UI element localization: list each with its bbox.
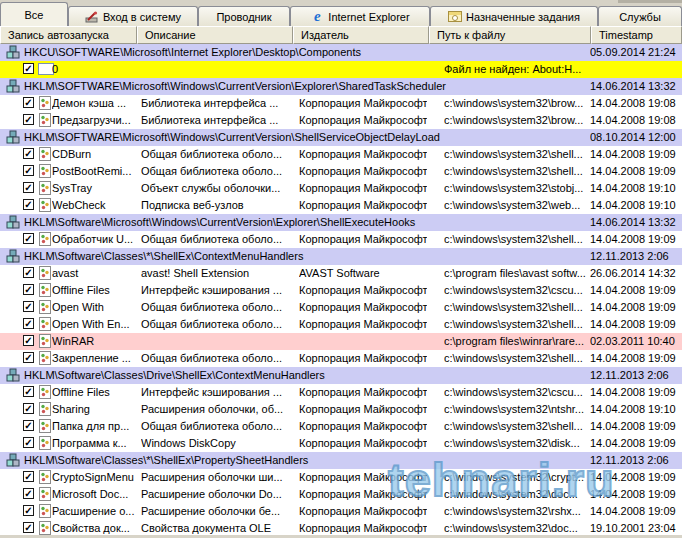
registry-key-row[interactable]: HKLM\SOFTWARE\Microsoft\Windows\CurrentV… <box>0 129 682 146</box>
autorun-entry-row[interactable]: ✓Расширение о...Расширение оболочки бе..… <box>0 503 682 520</box>
cell-path: c:\windows\system32\shell... <box>444 163 588 180</box>
registry-key-row[interactable]: HKLM\Software\Classes\*\ShellEx\ContextM… <box>0 248 682 265</box>
autorun-entry-row[interactable]: ✓Предзагрузчи...Библиотека интерфейса ..… <box>0 112 682 129</box>
cell-name: Обработчик U... <box>52 231 136 248</box>
column-header-2[interactable]: Издатель <box>293 26 429 44</box>
cell-ts: 14.04.2008 19:09 <box>590 316 680 333</box>
enabled-checkbox[interactable]: ✓ <box>23 403 34 414</box>
autorun-entry-row[interactable]: ✓Обработчик U...Общая библиотека оболо..… <box>0 231 682 248</box>
cell-ts: 14.04.2008 19:09 <box>590 231 680 248</box>
tab-all[interactable]: Все <box>0 2 68 26</box>
autorun-entry-row[interactable]: ✓SharingРасширения оболочки, об...Корпор… <box>0 401 682 418</box>
cell-name: Offline Files <box>52 282 136 299</box>
autorun-entry-row[interactable]: ✓CryptoSignMenuРасширения оболочки ши...… <box>0 469 682 486</box>
cell-path: c:\windows\system32\shell... <box>444 350 588 367</box>
cell-name: CryptoSignMenu <box>52 469 136 486</box>
enabled-checkbox[interactable]: ✓ <box>23 267 34 278</box>
cell-pub: Корпорация Майкрософт <box>299 503 427 520</box>
cell-pub: Корпорация Майкрософт <box>299 350 427 367</box>
cell-name: Microsoft Doc... <box>52 486 136 503</box>
autorun-entry-row[interactable]: ✓Open With En...Общая библиотека оболо..… <box>0 316 682 333</box>
cell-path: c:\windows\system32\shell... <box>444 316 588 333</box>
cell-key: HKCU\SOFTWARE\Microsoft\Internet Explore… <box>24 44 584 61</box>
autorun-entry-row[interactable]: ✓Закрепление ...Общая библиотека оболо..… <box>0 350 682 367</box>
cell-pub: Корпорация Майкрософт <box>299 486 427 503</box>
cell-desc: Расширения оболочки ши... <box>141 469 294 486</box>
autorun-entry-row[interactable]: ✓PostBootRemi...Общая библиотека оболо..… <box>0 163 682 180</box>
cell-desc: Общая библиотека оболо... <box>141 163 294 180</box>
dll-icon <box>38 147 52 161</box>
cell-name: Демон кэша ... <box>52 95 136 112</box>
autoruns-list: HKCU\SOFTWARE\Microsoft\Internet Explore… <box>0 44 682 535</box>
tab-internet-explorer[interactable]: eInternet Explorer <box>290 6 430 26</box>
registry-key-row[interactable]: HKLM\Software\Microsoft\Windows\CurrentV… <box>0 214 682 231</box>
enabled-checkbox[interactable]: ✓ <box>23 63 34 74</box>
enabled-checkbox[interactable]: ✓ <box>23 437 34 448</box>
enabled-checkbox[interactable]: ✓ <box>23 301 34 312</box>
enabled-checkbox[interactable]: ✓ <box>23 199 34 210</box>
enabled-checkbox[interactable]: ✓ <box>23 284 34 295</box>
autorun-entry-row[interactable]: ✓Программа к...Windows DiskCopyКорпораци… <box>0 435 682 452</box>
autorun-entry-row[interactable]: ✓SysTrayОбъект службы оболочки...Корпора… <box>0 180 682 197</box>
enabled-checkbox[interactable]: ✓ <box>23 471 34 482</box>
registry-icon <box>6 453 20 467</box>
cell-path: c:\windows\system32\doc... <box>444 486 588 503</box>
column-header-4[interactable]: Timestamp <box>591 26 682 44</box>
autorun-entry-row[interactable]: ✓Offline FilesИнтерфейс кэширования ...К… <box>0 384 682 401</box>
cell-key: HKLM\Software\Classes\*\ShellEx\ContextM… <box>24 248 584 265</box>
registry-key-row[interactable]: HKLM\SOFTWARE\Microsoft\Windows\CurrentV… <box>0 78 682 95</box>
enabled-checkbox[interactable]: ✓ <box>23 420 34 431</box>
autorun-entry-row[interactable]: ✓Microsoft Doc...Расширение оболочки Do.… <box>0 486 682 503</box>
cell-path: c:\windows\system32\stobj... <box>444 180 588 197</box>
enabled-checkbox[interactable]: ✓ <box>23 488 34 499</box>
autorun-entry-row[interactable]: ✓0Файл не найден: About:H... <box>0 61 682 78</box>
autorun-entry-row[interactable]: ✓WinRARc:\program files\winrar\rare...02… <box>0 333 682 350</box>
cell-ts: 26.06.2014 14:32 <box>590 265 680 282</box>
enabled-checkbox[interactable]: ✓ <box>23 505 34 516</box>
enabled-checkbox[interactable]: ✓ <box>23 352 34 363</box>
column-header-1[interactable]: Описание <box>137 26 293 44</box>
column-header-3[interactable]: Путь к файлу <box>429 26 591 44</box>
enabled-checkbox[interactable]: ✓ <box>23 335 34 346</box>
cell-name: PostBootRemi... <box>52 163 136 180</box>
enabled-checkbox[interactable]: ✓ <box>23 97 34 108</box>
autorun-entry-row[interactable]: ✓Демон кэша ...Библиотека интерфейса ...… <box>0 95 682 112</box>
cell-ts: 14.04.2008 19:08 <box>590 95 680 112</box>
enabled-checkbox[interactable]: ✓ <box>23 386 34 397</box>
registry-key-row[interactable]: HKLM\Software\Classes\Drive\ShellEx\Cont… <box>0 367 682 384</box>
autorun-entry-row[interactable]: ✓Offline FilesИнтерфейс кэширования ...К… <box>0 282 682 299</box>
enabled-checkbox[interactable]: ✓ <box>23 182 34 193</box>
autorun-entry-row[interactable]: ✓WebCheckПодписка веб-узловКорпорация Ма… <box>0 197 682 214</box>
tab-logon[interactable]: Вход в систему <box>68 6 198 26</box>
tab-scheduled-tasks[interactable]: Назначенные задания <box>430 6 598 26</box>
cell-path: c:\windows\system32\crypt... <box>444 469 588 486</box>
enabled-checkbox[interactable]: ✓ <box>23 148 34 159</box>
cell-pub: Корпорация Майкрософт <box>299 435 427 452</box>
autorun-entry-row[interactable]: ✓CDBurnОбщая библиотека оболо...Корпорац… <box>0 146 682 163</box>
enabled-checkbox[interactable]: ✓ <box>23 233 34 244</box>
enabled-checkbox[interactable]: ✓ <box>23 165 34 176</box>
registry-key-row[interactable]: HKLM\Software\Classes\*\ShellEx\Property… <box>0 452 682 469</box>
cell-name: Open With <box>52 299 136 316</box>
cell-name: Папка для пр... <box>52 418 136 435</box>
autorun-entry-row[interactable]: ✓Open WithОбщая библиотека оболо...Корпо… <box>0 299 682 316</box>
cell-key: HKLM\Software\Classes\*\ShellEx\Property… <box>24 452 584 469</box>
autorun-entry-row[interactable]: ✓avastavast! Shell ExtensionAVAST Softwa… <box>0 265 682 282</box>
tab-services[interactable]: Службы <box>598 6 682 26</box>
enabled-checkbox[interactable]: ✓ <box>23 522 34 533</box>
cell-pub: Корпорация Майкрософт <box>299 316 427 333</box>
cell-path: c:\program files\avast softw... <box>444 265 588 282</box>
cell-ts: 02.03.2011 10:40 <box>590 333 680 350</box>
cell-desc: Общая библиотека оболо... <box>141 146 294 163</box>
tab-explorer[interactable]: Проводник <box>198 6 290 26</box>
cell-desc: avast! Shell Extension <box>141 265 294 282</box>
cell-pub: Корпорация Майкрософт <box>299 112 427 129</box>
enabled-checkbox[interactable]: ✓ <box>23 318 34 329</box>
cell-desc: Расширение оболочки Do... <box>141 486 294 503</box>
column-header-0[interactable]: Запись автозапуска <box>0 26 137 44</box>
autorun-entry-row[interactable]: ✓Папка для пр...Общая библиотека оболо..… <box>0 418 682 435</box>
dll-icon <box>38 283 52 297</box>
enabled-checkbox[interactable]: ✓ <box>23 114 34 125</box>
registry-key-row[interactable]: HKCU\SOFTWARE\Microsoft\Internet Explore… <box>0 44 682 61</box>
cell-ts: 14.04.2008 19:09 <box>590 163 680 180</box>
